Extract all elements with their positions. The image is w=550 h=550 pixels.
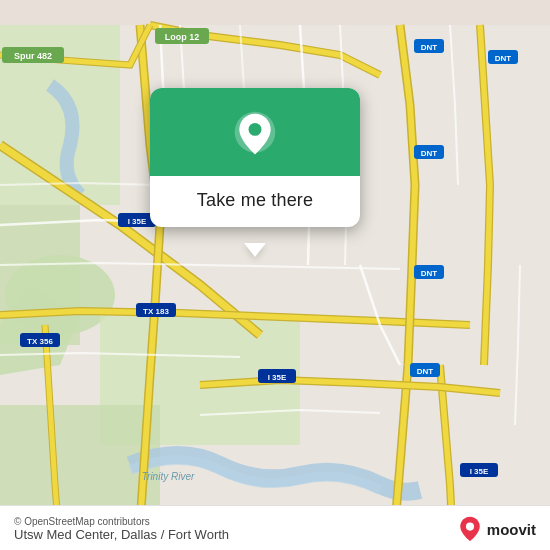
bottom-bar: © OpenStreetMap contributors Utsw Med Ce… [0,505,550,550]
location-name: Utsw Med Center, Dallas / Fort Worth [14,527,229,542]
svg-point-33 [249,123,262,136]
take-me-there-button[interactable]: Take me there [197,190,313,211]
svg-text:DNT: DNT [421,149,438,158]
popup-card: Take me there [150,88,360,227]
map-container: Spur 482 Loop 12 DNT DNT DNT DNT DNT I 3… [0,0,550,550]
svg-text:DNT: DNT [417,367,434,376]
moovit-logo: moovit [457,516,536,542]
svg-text:DNT: DNT [421,43,438,52]
svg-text:DNT: DNT [495,54,512,63]
location-pin-icon [231,110,279,158]
svg-text:Spur 482: Spur 482 [14,51,52,61]
popup-footer: Take me there [150,176,360,227]
svg-text:TX 356: TX 356 [27,337,53,346]
svg-text:I 35E: I 35E [470,467,489,476]
map-background: Spur 482 Loop 12 DNT DNT DNT DNT DNT I 3… [0,0,550,550]
svg-text:I 35E: I 35E [128,217,147,226]
app-name: moovit [487,521,536,538]
svg-text:I 35E: I 35E [268,373,287,382]
svg-text:Loop 12: Loop 12 [165,32,200,42]
popup-caret [244,243,266,257]
copyright-text: © OpenStreetMap contributors [14,516,229,527]
svg-text:TX 183: TX 183 [143,307,169,316]
svg-text:Trinity River: Trinity River [142,471,195,482]
popup-header [150,88,360,176]
bottom-left-info: © OpenStreetMap contributors Utsw Med Ce… [14,516,229,542]
svg-point-34 [466,523,474,531]
svg-text:DNT: DNT [421,269,438,278]
moovit-pin-icon [457,516,483,542]
